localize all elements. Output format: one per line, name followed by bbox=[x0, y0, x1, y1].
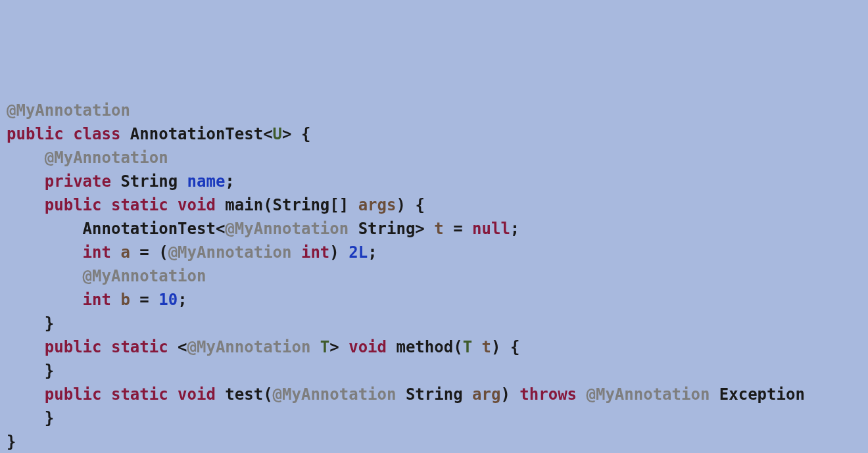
annotation: @MyAnnotation bbox=[187, 338, 311, 356]
keyword-class: class bbox=[73, 125, 120, 143]
type-string: String bbox=[120, 172, 178, 191]
keyword-throws: throws bbox=[519, 385, 577, 404]
code-line: @MyAnnotation bbox=[7, 146, 861, 170]
paren-open: ( bbox=[263, 196, 272, 214]
paren-open: ( bbox=[263, 385, 272, 404]
paren-open: ( bbox=[453, 338, 462, 356]
brace-close: } bbox=[45, 409, 54, 427]
param-args: args bbox=[358, 196, 397, 214]
keyword-void: void bbox=[349, 338, 387, 356]
brace-close: } bbox=[7, 433, 16, 451]
type-param: U bbox=[273, 125, 282, 143]
code-line: } bbox=[7, 430, 861, 453]
semicolon: ; bbox=[368, 243, 377, 262]
code-line: @MyAnnotation bbox=[7, 99, 861, 122]
annotation: @MyAnnotation bbox=[7, 101, 130, 120]
code-line: } bbox=[7, 406, 861, 430]
angle-close: > bbox=[282, 125, 291, 143]
type-param: T bbox=[463, 338, 472, 356]
type-param: T bbox=[320, 338, 329, 356]
brace-open: { bbox=[415, 196, 424, 214]
keyword-void: void bbox=[178, 196, 216, 214]
keyword-public: public bbox=[45, 196, 102, 214]
brace-close: } bbox=[45, 314, 54, 333]
code-line: public class AnnotationTest<U> { bbox=[7, 122, 861, 146]
type-string: String bbox=[358, 220, 416, 238]
paren-close: ) bbox=[491, 338, 500, 356]
paren-close: ) bbox=[396, 196, 405, 214]
brace-open: { bbox=[510, 338, 519, 356]
equals: = bbox=[453, 220, 462, 238]
semicolon: ; bbox=[510, 220, 519, 238]
code-editor[interactable]: @MyAnnotationpublic class AnnotationTest… bbox=[7, 99, 861, 453]
angle-close: > bbox=[415, 220, 424, 238]
annotation: @MyAnnotation bbox=[273, 385, 397, 404]
field-name: name bbox=[187, 172, 226, 191]
keyword-public: public bbox=[45, 385, 102, 404]
paren-close: ) bbox=[329, 243, 339, 262]
type-string: String bbox=[406, 385, 463, 404]
annotation: @MyAnnotation bbox=[225, 220, 349, 238]
local-var: a bbox=[120, 243, 130, 262]
keyword-private: private bbox=[45, 172, 111, 191]
angle-open: < bbox=[178, 338, 187, 356]
param: t bbox=[482, 338, 491, 356]
type-exception: Exception bbox=[719, 385, 805, 404]
annotation: @MyAnnotation bbox=[586, 385, 710, 404]
annotation: @MyAnnotation bbox=[168, 243, 292, 262]
semicolon: ; bbox=[225, 172, 234, 191]
null-literal: null bbox=[472, 220, 510, 238]
equals: = bbox=[139, 291, 149, 309]
angle-open: < bbox=[216, 220, 225, 238]
angle-open: < bbox=[263, 125, 272, 143]
paren-close: ) bbox=[500, 385, 510, 404]
brace-open: { bbox=[301, 125, 310, 143]
brace-close: } bbox=[45, 362, 54, 380]
code-line: @MyAnnotation bbox=[7, 264, 861, 288]
number-literal: 10 bbox=[158, 291, 178, 309]
keyword-public: public bbox=[7, 125, 64, 143]
keyword-static: static bbox=[111, 338, 168, 356]
keyword-int: int bbox=[301, 243, 329, 262]
annotation: @MyAnnotation bbox=[45, 149, 168, 167]
param: arg bbox=[472, 385, 500, 404]
semicolon: ; bbox=[178, 291, 187, 309]
keyword-static: static bbox=[111, 196, 168, 214]
keyword-int: int bbox=[83, 243, 111, 262]
equals: = bbox=[139, 243, 149, 262]
method-main: main bbox=[225, 196, 263, 214]
number-literal: 2L bbox=[349, 243, 368, 262]
method-name: method bbox=[396, 338, 453, 356]
keyword-int: int bbox=[83, 291, 111, 309]
type: AnnotationTest bbox=[83, 220, 216, 238]
code-line: public static <@MyAnnotation T> void met… bbox=[7, 335, 861, 359]
code-line: } bbox=[7, 359, 861, 383]
paren-open: ( bbox=[158, 243, 168, 262]
code-line: public static void test(@MyAnnotation St… bbox=[7, 383, 861, 406]
local-var: t bbox=[434, 220, 443, 238]
type-string: String bbox=[273, 196, 330, 214]
code-line: private String name; bbox=[7, 170, 861, 193]
code-line: int a = (@MyAnnotation int) 2L; bbox=[7, 241, 861, 264]
class-name: AnnotationTest bbox=[130, 125, 263, 143]
code-line: AnnotationTest<@MyAnnotation String> t =… bbox=[7, 217, 861, 241]
brackets: [] bbox=[329, 196, 349, 214]
annotation: @MyAnnotation bbox=[83, 267, 206, 285]
keyword-static: static bbox=[111, 385, 168, 404]
angle-close: > bbox=[329, 338, 339, 356]
keyword-void: void bbox=[178, 385, 216, 404]
code-line: int b = 10; bbox=[7, 288, 861, 312]
code-line: } bbox=[7, 312, 861, 335]
keyword-public: public bbox=[45, 338, 102, 356]
local-var: b bbox=[120, 291, 130, 309]
method-test: test bbox=[225, 385, 263, 404]
code-line: public static void main(String[] args) { bbox=[7, 193, 861, 217]
